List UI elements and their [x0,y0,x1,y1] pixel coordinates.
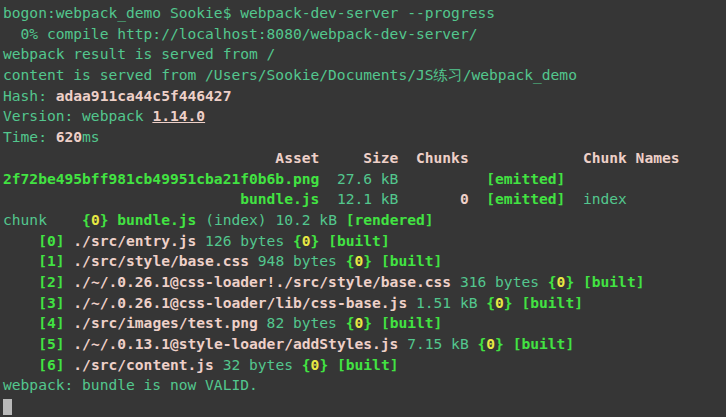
terminal-line: bogon:webpack_demo Sookie$ webpack-dev-s… [3,3,726,24]
text-segment: 0 [91,211,100,228]
text-segment: { [302,356,311,373]
text-segment: [emitted] [486,170,565,187]
terminal-screen[interactable]: bogon:webpack_demo Sookie$ webpack-dev-s… [0,0,726,417]
text-segment: 12.1 kB [319,190,460,207]
text-segment: { [486,294,495,311]
terminal-line: chunk {0} bundle.js (index) 10.2 kB [ren… [3,210,726,231]
text-segment: 316 bytes [451,273,548,290]
text-segment: bogon:webpack_demo Sookie$ webpack-dev-s… [3,4,495,21]
text-segment: webpack: bundle is now VALID. [3,376,258,393]
text-segment: ./~/.0.13.1@style-loader/addStyles.js [73,335,398,352]
text-segment: Time: [3,128,56,145]
text-segment [65,314,74,331]
text-segment: 948 bytes [249,252,346,269]
text-segment: 0 [495,294,504,311]
text-segment: 0 [302,232,311,249]
text-segment [3,252,38,269]
text-segment [3,314,38,331]
terminal-line: [6] ./src/content.js 32 bytes {0} [built… [3,355,726,376]
text-segment [65,294,74,311]
text-segment: 620 [56,128,82,145]
text-segment: [built] [513,335,575,352]
text-segment: 126 bytes [196,232,293,249]
text-segment: 7.15 kB [398,335,477,352]
text-segment [65,273,74,290]
terminal-line: [3] ./~/.0.26.1@css-loader/lib/css-base.… [3,293,726,314]
text-segment: } [565,273,574,290]
text-segment: [0] [38,232,64,249]
text-segment: Version: webpack [3,107,152,124]
text-segment: content is served from /Users/Sookie/Doc… [3,66,577,83]
text-segment [504,335,513,352]
text-segment [3,190,240,207]
text-segment [372,252,381,269]
text-segment: } [363,252,372,269]
text-segment [372,314,381,331]
text-segment: 0% compile http://localhost:8080/webpack… [3,25,477,42]
text-segment [65,356,74,373]
text-segment: [rendered] [346,211,434,228]
text-segment: { [548,273,557,290]
text-segment: adaa911ca44c5f446427 [56,87,232,104]
text-segment: [5] [38,335,64,352]
text-segment [65,252,74,269]
text-segment [3,335,38,352]
terminal-line: Asset Size Chunks Chunk Names [3,148,726,169]
terminal-line: 0% compile http://localhost:8080/webpack… [3,24,726,45]
text-segment: 0 [460,190,469,207]
text-segment: 2f72be495bff981cb49951cba21f0b6b.png [3,170,319,187]
text-segment: ms [82,128,100,145]
terminal-line: [0] ./src/entry.js 126 bytes {0} [built] [3,231,726,252]
terminal-line: content is served from /Users/Sookie/Doc… [3,65,726,86]
text-segment: } [495,335,504,352]
text-segment [328,356,337,373]
text-segment: ./src/style/base.css [73,252,249,269]
text-segment: bundle.js [117,211,196,228]
text-segment: [built] [521,294,583,311]
terminal-line: [4] ./src/images/test.png 82 bytes {0} [… [3,313,726,334]
text-segment [3,232,38,249]
terminal-cursor [3,399,12,415]
text-segment: ./src/images/test.png [73,314,258,331]
text-segment: [built] [381,252,443,269]
text-segment: (index) 10.2 kB [196,211,345,228]
text-segment: [built] [381,314,443,331]
text-segment: { [346,314,355,331]
terminal-line: [1] ./src/style/base.css 948 bytes {0} [… [3,251,726,272]
text-segment: [2] [38,273,64,290]
text-segment: chunk [3,211,82,228]
text-segment [65,232,74,249]
text-segment: Hash: [3,87,56,104]
text-segment: { [82,211,91,228]
text-segment: [6] [38,356,64,373]
text-segment: [3] [38,294,64,311]
terminal-line: [5] ./~/.0.13.1@style-loader/addStyles.j… [3,334,726,355]
text-segment [3,294,38,311]
text-segment [574,273,583,290]
text-segment: ./~/.0.26.1@css-loader!./src/style/base.… [73,273,451,290]
text-segment [469,190,487,207]
text-segment: [4] [38,314,64,331]
text-segment: { [346,252,355,269]
text-segment [108,211,117,228]
text-segment: 1.14.0 [152,107,205,124]
text-segment: index [565,190,627,207]
terminal-line: Time: 620ms [3,127,726,148]
text-segment [3,356,38,373]
text-segment: 0 [355,314,364,331]
text-segment: } [319,356,328,373]
text-segment: 1.51 kB [407,294,486,311]
text-segment: { [477,335,486,352]
terminal-line: Version: webpack 1.14.0 [3,106,726,127]
terminal-line: Hash: adaa911ca44c5f446427 [3,86,726,107]
text-segment: [built] [328,232,390,249]
terminal-line: webpack result is served from / [3,44,726,65]
text-segment [3,273,38,290]
text-segment: [built] [337,356,399,373]
text-segment: { [293,232,302,249]
text-segment: bundle.js [240,190,319,207]
text-segment: [emitted] [486,190,565,207]
terminal-line: 2f72be495bff981cb49951cba21f0b6b.png 27.… [3,169,726,190]
text-segment [65,335,74,352]
text-segment: [1] [38,252,64,269]
